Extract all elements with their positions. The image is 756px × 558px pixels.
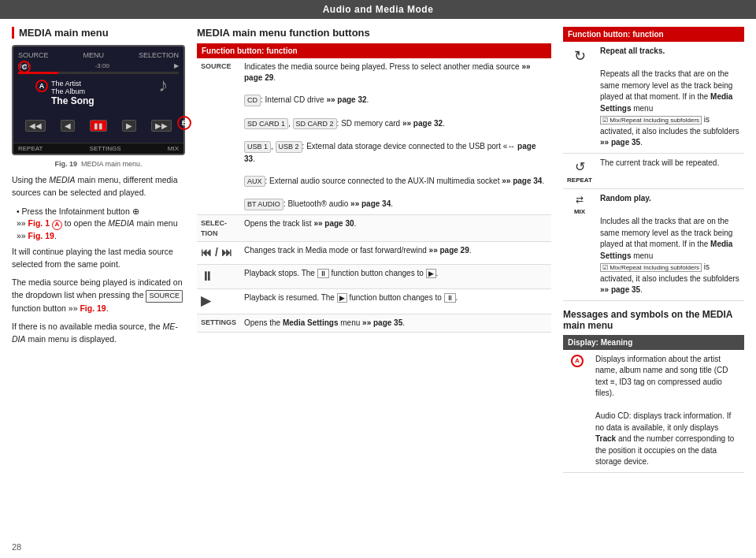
para-3: It will continue playing the last media … (12, 246, 185, 271)
media-screen: SOURCE MENU SELECTION 0:07 -3:00 ▶ C A (12, 45, 185, 155)
table-row: ↺ REPEAT The current track will be repea… (563, 153, 744, 189)
skip-icon-cell: ⏮ / ⏭ (197, 242, 240, 265)
next-icon: ▶ (174, 62, 179, 69)
screen-status-bar: REPEAT SETTINGS MIX (13, 143, 183, 154)
selection-icon-cell: SELEC-TION (197, 214, 240, 241)
play-text-cell: Playback is resumed. The ▶ function butt… (240, 289, 551, 314)
right-column: Function button: function ↻ Repeat all t… (563, 27, 744, 550)
progress-bar (18, 72, 179, 74)
fig-caption: Fig. 19 MEDIA main menu. (12, 160, 185, 168)
time-display: 0:07 -3:00 ▶ (18, 62, 179, 69)
para-2: • Press the Infotainment button ⊕ »» Fig… (17, 206, 185, 243)
left-section-title: MEDIA main menu (12, 27, 185, 39)
music-note-icon: ♪ (158, 74, 168, 96)
func-table-header: Function button: function (197, 43, 551, 58)
middle-column: MEDIA main menu function buttons Functio… (197, 27, 551, 550)
table-row: ▶ Playback is resumed. The ▶ function bu… (197, 289, 551, 314)
repeat-status: REPEAT (18, 145, 43, 152)
source-label: SOURCE (18, 51, 49, 59)
circle-a-icon-cell: A (563, 350, 591, 473)
menu-label: MENU (83, 51, 105, 59)
pause-text-cell: Playback stops. The ⏸ function button ch… (240, 264, 551, 288)
selection-label: SELECTION (139, 51, 179, 59)
para-1: Using the MEDIA main menu, different med… (12, 174, 185, 199)
display-text-cell: Displays information about the artist na… (591, 350, 744, 473)
mix-icon-cell: ⇄ MIX (563, 189, 596, 301)
content: MEDIA main menu SOURCE MENU SELECTION 0:… (0, 19, 756, 558)
table-row: ⇄ MIX Random play. Includes all the trac… (563, 189, 744, 301)
mix-status: MIX (168, 145, 179, 152)
messages-heading: Messages and symbols on the MEDIA main m… (563, 309, 744, 331)
left-text-block: Using the MEDIA main menu, different med… (12, 174, 185, 346)
mix-text-cell: Random play. Includes all the tracks tha… (596, 189, 744, 301)
play-icon-cell: ▶ (197, 289, 240, 314)
prev-btn[interactable]: ◀ (61, 120, 75, 132)
time-total: -3:00 (95, 62, 109, 69)
settings-status: SETTINGS (90, 145, 121, 152)
pause-icon-cell: ⏸ (197, 264, 240, 288)
table-row: ⏮ / ⏭ Changes track in Media mode or fas… (197, 242, 551, 265)
label-a: A (35, 80, 48, 92)
left-column: MEDIA main menu SOURCE MENU SELECTION 0:… (12, 27, 185, 550)
song-name: The Song (51, 95, 94, 106)
source-text-cell: Indicates the media source being played.… (240, 58, 551, 214)
pause-btn[interactable]: ▮▮ (90, 120, 107, 132)
circle-a-icon: A (571, 355, 584, 367)
page: Audio and Media Mode MEDIA main menu SOU… (0, 0, 756, 558)
repeat-all-icon-cell: ↻ (563, 42, 596, 153)
artist-name: The Artist (51, 80, 94, 87)
screen-controls: ◀◀ ◀ ▮▮ ▶ ▶▶ (13, 120, 183, 132)
display-table: Display: Meaning A Displays information … (563, 335, 744, 473)
selection-text-cell: Opens the track list »» page 30. (240, 214, 551, 241)
settings-icon-cell: SETTINGS (197, 314, 240, 332)
source-icon-cell: SOURCE (197, 58, 240, 214)
display-table-header: Display: Meaning (563, 335, 744, 350)
settings-text-cell: Opens the Media Settings menu »» page 35… (240, 314, 551, 332)
table-row: ↻ Repeat all tracks. Repeats all the tra… (563, 42, 744, 153)
top-bar-title: Audio and Media Mode (323, 4, 434, 15)
label-c: C (18, 61, 31, 73)
table-row: ⏸ Playback stops. The ⏸ function button … (197, 264, 551, 288)
para-4: The media source being played is indicat… (12, 277, 185, 314)
middle-section-title: MEDIA main menu function buttons (197, 27, 551, 39)
table-row: A Displays information about the artist … (563, 350, 744, 473)
table-row: SETTINGS Opens the Media Settings menu »… (197, 314, 551, 332)
table-row: SOURCE Indicates the media source being … (197, 58, 551, 214)
page-number: 28 (12, 542, 21, 552)
forward-btn[interactable]: ▶▶ (151, 120, 172, 132)
next-btn[interactable]: ▶ (122, 120, 136, 132)
para-5: If there is no available media source, t… (12, 321, 185, 346)
screen-top-bar: SOURCE MENU SELECTION (18, 51, 179, 59)
screen-info: The Artist The Album The Song (48, 80, 98, 106)
repeat-all-text-cell: Repeat all tracks. Repeats all the track… (596, 42, 744, 153)
function-table: Function button: function SOURCE Indicat… (197, 43, 551, 333)
top-bar: Audio and Media Mode (0, 0, 756, 19)
table-row: SELEC-TION Opens the track list »» page … (197, 214, 551, 241)
repeat-btn[interactable]: ◀◀ (25, 120, 46, 132)
repeat-one-icon-cell: ↺ REPEAT (563, 153, 596, 189)
skip-text-cell: Changes track in Media mode or fast forw… (240, 242, 551, 265)
right-table-header: Function button: function (563, 27, 744, 42)
right-function-table: Function button: function ↻ Repeat all t… (563, 27, 744, 301)
repeat-one-text-cell: The current track will be repeated. (596, 153, 744, 189)
album-name: The Album (51, 87, 94, 95)
label-b: B (177, 116, 191, 130)
